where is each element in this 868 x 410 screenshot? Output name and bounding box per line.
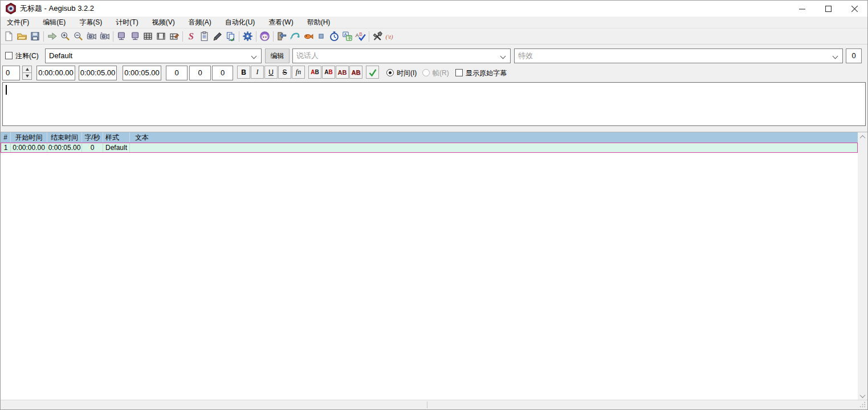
shift-forward-button[interactable] bbox=[98, 30, 111, 43]
margin-right-input[interactable]: 0 bbox=[189, 66, 211, 80]
resample-button[interactable] bbox=[275, 30, 288, 43]
toolbar: S bbox=[1, 29, 867, 44]
spell-checker-button[interactable]: AB bbox=[354, 30, 367, 43]
open-file-button[interactable] bbox=[15, 30, 28, 43]
menu-audio[interactable]: 音频(A) bbox=[183, 17, 217, 28]
vertical-scrollbar[interactable] bbox=[858, 132, 867, 401]
show-original-checkbox[interactable]: 显示原始字幕 bbox=[455, 68, 507, 78]
new-file-icon bbox=[3, 31, 14, 42]
margin-vertical-input[interactable]: 0 bbox=[212, 66, 233, 80]
comment-checkbox-box[interactable] bbox=[5, 52, 13, 59]
commit-button[interactable] bbox=[366, 66, 379, 79]
select-lines-button[interactable] bbox=[141, 30, 154, 43]
snap-start-button[interactable] bbox=[115, 30, 128, 43]
end-time-input[interactable]: 0:00:05.00 bbox=[79, 66, 117, 80]
attachments-button[interactable] bbox=[211, 30, 224, 43]
assistant-button[interactable] bbox=[258, 30, 271, 43]
save-icon bbox=[30, 31, 40, 42]
color-b-glyph: B bbox=[356, 69, 361, 76]
menu-video[interactable]: 视频(V) bbox=[146, 17, 181, 28]
radio-selected-icon[interactable] bbox=[386, 69, 394, 76]
svg-text:B: B bbox=[359, 31, 362, 37]
styling-assistant-button[interactable] bbox=[301, 30, 315, 43]
minimize-icon bbox=[799, 6, 805, 12]
underline-button[interactable]: U bbox=[264, 66, 278, 79]
timing-postprocessor-button[interactable] bbox=[328, 30, 341, 43]
new-file-button[interactable] bbox=[2, 30, 15, 43]
time-mode-radio[interactable]: 时间(I) bbox=[386, 68, 417, 78]
properties-button[interactable] bbox=[198, 30, 211, 43]
grid-row-active[interactable]: 1 0:00:00.00 0:00:05.00 0 Default bbox=[1, 143, 858, 153]
jump-to-button[interactable] bbox=[46, 30, 59, 43]
primary-color-button[interactable]: AB bbox=[308, 66, 321, 79]
close-icon bbox=[851, 6, 858, 12]
toolbar-separator bbox=[182, 31, 183, 42]
styles-manager-button[interactable]: S bbox=[185, 30, 198, 43]
maximize-button[interactable] bbox=[815, 1, 841, 17]
menu-file[interactable]: 文件(F) bbox=[1, 17, 35, 28]
layer-input[interactable]: 0 bbox=[2, 66, 20, 80]
monitor-left-icon bbox=[116, 31, 127, 42]
resize-grip[interactable] bbox=[859, 401, 866, 408]
title-bar: 无标题 - Aegisub 3.2.2 bbox=[1, 1, 867, 17]
bold-button[interactable]: B bbox=[237, 66, 250, 79]
shift-backward-button[interactable] bbox=[85, 30, 98, 43]
frame-button[interactable] bbox=[154, 30, 168, 43]
grid-icon bbox=[142, 31, 153, 42]
shadow-color-button[interactable]: AB bbox=[349, 66, 362, 79]
select-region-button[interactable] bbox=[315, 30, 328, 43]
save-file-button[interactable] bbox=[28, 30, 42, 43]
minimize-button[interactable] bbox=[789, 1, 815, 17]
comment-checkbox[interactable]: 注释(C) bbox=[5, 51, 39, 61]
kanji-timer-button[interactable]: A字 bbox=[341, 30, 354, 43]
menu-bar: 文件(F) 编辑(E) 字幕(S) 计时(T) 视频(V) 音频(A) 自动化(… bbox=[1, 17, 867, 29]
actor-placeholder: 说话人 bbox=[296, 51, 319, 60]
automation-button[interactable] bbox=[241, 30, 254, 43]
menu-automation[interactable]: 自动化(U) bbox=[219, 17, 261, 28]
menu-help[interactable]: 帮助(H) bbox=[301, 17, 336, 28]
toggle-tags-button[interactable]: (\t) bbox=[384, 30, 397, 43]
secondary-color-button[interactable]: AB bbox=[322, 66, 335, 79]
cell-style: Default bbox=[103, 143, 130, 152]
actor-combobox[interactable]: 说话人 bbox=[292, 48, 511, 63]
svg-text:(\t): (\t) bbox=[386, 33, 393, 40]
gear-icon bbox=[242, 31, 253, 42]
start-time-input[interactable]: 0:00:00.00 bbox=[36, 66, 75, 80]
margin-left-input[interactable]: 0 bbox=[166, 66, 188, 80]
menu-view[interactable]: 查看(W) bbox=[263, 17, 299, 28]
aegisub-window: 无标题 - Aegisub 3.2.2 文件(F) 编辑(E) 字幕(S) 计时… bbox=[0, 0, 868, 410]
fish-icon bbox=[303, 31, 313, 42]
options-button[interactable] bbox=[371, 30, 384, 43]
effect-combobox[interactable]: 特效 bbox=[514, 48, 843, 63]
scroll-up-button[interactable] bbox=[858, 132, 867, 142]
strikeout-button[interactable]: S bbox=[278, 66, 291, 79]
toolbar-separator bbox=[239, 31, 239, 42]
chevron-down-icon bbox=[251, 54, 257, 59]
menu-timing[interactable]: 计时(T) bbox=[110, 17, 144, 28]
frame-edit-button[interactable] bbox=[168, 30, 181, 43]
show-original-checkbox-box[interactable] bbox=[455, 69, 463, 76]
aegisub-logo-icon[interactable] bbox=[5, 3, 17, 14]
snap-end-button[interactable] bbox=[128, 30, 141, 43]
outline-color-button[interactable]: AB bbox=[336, 66, 349, 79]
small-square-icon bbox=[316, 31, 327, 42]
subtitle-grid[interactable]: # 开始时间 结束时间 字/秒 样式 文本 1 0:00:00.00 0:00:… bbox=[1, 132, 867, 401]
style-combobox[interactable]: Default bbox=[45, 48, 262, 63]
close-button[interactable] bbox=[841, 1, 867, 17]
zoom-in-button[interactable] bbox=[59, 30, 72, 43]
italic-button[interactable]: I bbox=[251, 66, 264, 79]
subtitle-text-editor[interactable] bbox=[2, 82, 866, 126]
edit-style-button[interactable]: 编辑 bbox=[265, 48, 290, 63]
svg-text:字: 字 bbox=[348, 35, 352, 40]
translation-assistant-button[interactable] bbox=[288, 30, 301, 43]
spinner-down-button[interactable] bbox=[22, 72, 32, 80]
menu-subtitle[interactable]: 字幕(S) bbox=[74, 17, 108, 28]
duration-input[interactable]: 0:00:05.00 bbox=[123, 66, 161, 80]
magnifier-minus-icon bbox=[73, 31, 84, 42]
font-button[interactable]: fn bbox=[292, 66, 305, 79]
paste-over-button[interactable] bbox=[224, 30, 237, 43]
menu-edit[interactable]: 编辑(E) bbox=[37, 17, 71, 28]
zoom-out-button[interactable] bbox=[72, 30, 85, 43]
color-b-glyph: B bbox=[329, 69, 333, 75]
max-line-chars-box: 0 bbox=[846, 48, 862, 63]
